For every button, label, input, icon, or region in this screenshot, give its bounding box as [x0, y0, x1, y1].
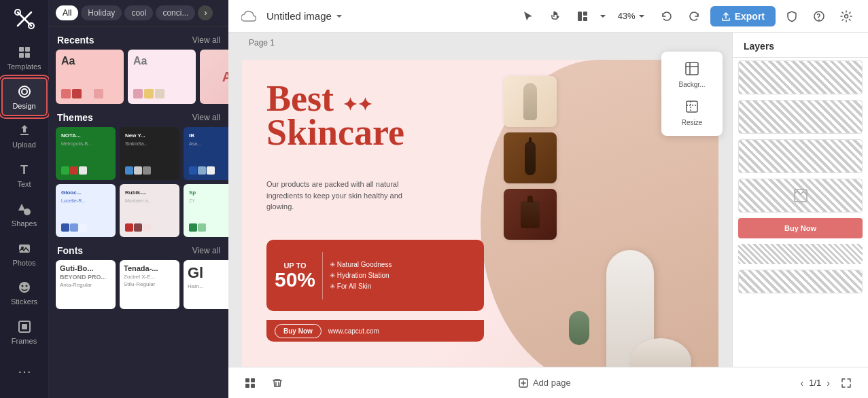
hand-tool[interactable] — [544, 5, 566, 27]
zoom-control[interactable]: 43% — [612, 8, 650, 24]
sidebar-item-frames[interactable]: Frames — [1, 312, 48, 352]
promo-item-3: ✳ For All Skin — [330, 283, 476, 290]
font-3-name: Gl — [188, 264, 228, 282]
layer-strip[interactable] — [738, 244, 863, 264]
backgr-label: Backgr... — [679, 81, 706, 88]
svg-rect-23 — [687, 101, 697, 112]
layer-3[interactable] — [738, 139, 863, 173]
help-icon-btn[interactable] — [808, 5, 830, 27]
next-page-btn[interactable]: › — [827, 378, 830, 388]
layout-tool[interactable] — [572, 5, 593, 27]
recents-header: Recents View all — [49, 26, 228, 50]
product-grid — [504, 76, 557, 240]
themes-view-all[interactable]: View all — [192, 113, 220, 122]
promo-percent: 50% — [275, 270, 315, 290]
theme-5[interactable]: Rubik-... Montserr a... — [120, 184, 179, 237]
filter-all[interactable]: All — [56, 5, 78, 20]
product-img-2 — [504, 132, 557, 183]
trash-btn[interactable] — [266, 372, 288, 394]
layer-2[interactable] — [738, 100, 863, 134]
headline-area: Best ✦✦ Skincare — [266, 80, 404, 151]
promo-box: UP TO 50% ✳ Natural Goodness ✳ Hydration… — [266, 240, 484, 311]
photos-label: Photos — [12, 259, 35, 267]
main-area: Untitled image 43% — [228, 0, 868, 398]
promo-item-1: ✳ Natural Goodness — [330, 261, 476, 268]
fonts-grid: Guti-Bo... BEYOND PRO... Anta-Regular Te… — [49, 260, 228, 309]
canvas-wrapper: Page 1 Backgr... — [228, 33, 732, 367]
filter-holiday[interactable]: Holiday — [81, 5, 122, 20]
sidebar-item-shapes[interactable]: Shapes — [1, 195, 48, 234]
recents-view-all[interactable]: View all — [192, 35, 220, 45]
settings-icon-btn[interactable] — [835, 5, 857, 27]
sidebar-item-stickers[interactable]: Stickers — [1, 273, 48, 312]
leaf-1 — [569, 311, 589, 345]
canvas-content: BESTDEAL — [242, 60, 718, 367]
theme-4[interactable]: Glooc... Lucette-R... — [56, 184, 116, 237]
select-tool[interactable] — [517, 5, 539, 27]
font-2-name: Tenada-... — [124, 264, 175, 272]
recents-grid: Aa Aa A › — [49, 50, 228, 104]
filter-cool[interactable]: cool — [124, 5, 153, 20]
theme-1[interactable]: NOTA... Metropolis-B... — [56, 127, 116, 180]
workspace: Page 1 Backgr... — [228, 33, 868, 367]
recent-template-1[interactable]: Aa — [56, 50, 124, 104]
recent-template-3[interactable]: A — [200, 50, 228, 104]
filter-more-arrow[interactable]: › — [198, 5, 213, 20]
layers-panel: Layers Buy Now — [732, 33, 868, 367]
layer-1[interactable] — [738, 60, 863, 94]
layer-buy-now[interactable]: Buy Now — [738, 218, 863, 238]
frames-icon — [17, 319, 32, 334]
undo-btn[interactable] — [656, 5, 678, 27]
resize-button[interactable]: Resize — [667, 95, 717, 130]
sidebar-item-upload[interactable]: Upload — [1, 116, 48, 156]
grid-view-btn[interactable] — [239, 372, 261, 394]
add-page-btn[interactable]: Add page — [296, 378, 793, 388]
shapes-label: Shapes — [12, 219, 37, 228]
cloud-icon — [239, 7, 258, 26]
sidebar-item-text[interactable]: T Text — [1, 156, 48, 195]
sidebar-item-photos[interactable]: Photos — [1, 234, 48, 274]
fonts-header: Fonts View all — [49, 237, 228, 260]
font-3[interactable]: Gl Ham... — [184, 260, 228, 309]
svg-rect-25 — [245, 378, 249, 382]
theme-2[interactable]: New Y... SinkinSa... — [120, 127, 179, 180]
prev-page-btn[interactable]: ‹ — [801, 378, 804, 388]
filter-conci[interactable]: conci... — [156, 5, 195, 20]
theme-3[interactable]: IB Asa... — [184, 127, 228, 180]
svg-rect-6 — [19, 53, 24, 58]
recents-title: Recents — [57, 35, 94, 46]
recent-template-2[interactable]: Aa — [128, 50, 196, 104]
export-button[interactable]: Export — [710, 6, 776, 26]
layer-5[interactable] — [738, 270, 863, 293]
fullscreen-btn[interactable] — [835, 372, 857, 394]
document-title[interactable]: Untitled image — [266, 10, 344, 22]
sidebar-item-design[interactable]: Design — [1, 77, 48, 117]
font-1[interactable]: Guti-Bo... BEYOND PRO... Anta-Regular — [56, 260, 116, 309]
themes-header: Themes View all — [49, 104, 228, 127]
buy-now-area: Buy Now www.capcut.com — [266, 320, 484, 342]
svg-rect-19 — [583, 17, 587, 21]
shield-icon-btn[interactable] — [781, 5, 803, 27]
svg-rect-4 — [19, 47, 24, 52]
sidebar-item-templates[interactable]: Templates — [1, 38, 48, 77]
layer-4[interactable] — [738, 179, 863, 213]
sidebar-item-more[interactable]: ⋯ — [1, 352, 48, 391]
design-canvas[interactable]: BESTDEAL — [242, 60, 718, 367]
page-nav: ‹ 1/1 › — [801, 378, 830, 388]
promo-percent-area: UP TO 50% — [275, 261, 315, 290]
backgr-button[interactable]: Backgr... — [667, 57, 717, 92]
theme-6[interactable]: Sp ZY — [184, 184, 228, 237]
svg-marker-9 — [18, 204, 25, 211]
bottom-left — [239, 372, 288, 394]
stickers-label: Stickers — [11, 297, 37, 306]
fonts-view-all[interactable]: View all — [192, 246, 220, 255]
font-2[interactable]: Tenada-... Zocbel X-E... Stilu-Regular — [120, 260, 179, 309]
svg-rect-26 — [251, 378, 255, 382]
redo-btn[interactable] — [683, 5, 705, 27]
themes-title: Themes — [57, 112, 93, 123]
buy-now-button[interactable]: Buy Now — [275, 324, 322, 338]
main-product-area — [569, 182, 691, 367]
fonts-title: Fonts — [57, 245, 83, 256]
text-icon: T — [17, 162, 32, 177]
themes-grid-2: Glooc... Lucette-R... Rubik-... Montserr… — [49, 184, 228, 237]
